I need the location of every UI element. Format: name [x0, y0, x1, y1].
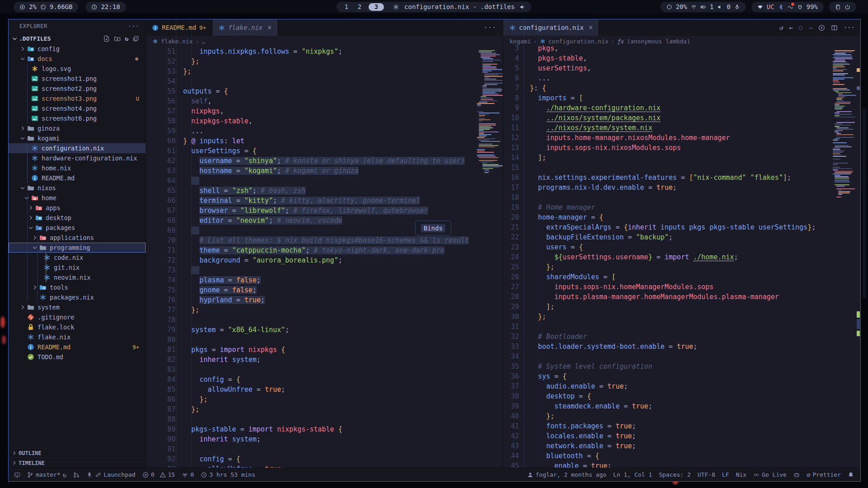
language-mode[interactable]: Nix [736, 471, 746, 478]
code-line-58[interactable]: 58 nixpkgs-stable, [146, 116, 503, 126]
tree-item-.gitignore-27[interactable]: .gitignore [9, 312, 146, 322]
tree-item-kogami-9[interactable]: kogami [9, 133, 146, 143]
tree-item-apps-16[interactable]: apps [9, 203, 146, 213]
tree-item-desktop-17[interactable]: desktop [9, 213, 146, 223]
code-line-31[interactable]: 31 [503, 322, 860, 332]
code-line-60[interactable]: 60} @ inputs: let [146, 136, 503, 146]
code-line-17[interactable]: 17 programs.nix-ld.dev.enable = true; [503, 183, 860, 192]
code-line-10[interactable]: 10 ../nixos/system/packages.nix [503, 113, 860, 123]
code-line-22[interactable]: 22 backupFileExtension = "backup"; [503, 232, 860, 242]
code-line-14[interactable]: 14 ]; [503, 153, 860, 163]
code-line-54[interactable]: 54 [146, 76, 503, 86]
tree-item-system-26[interactable]: system [9, 302, 146, 312]
tree-item-home.nix-12[interactable]: home.nix [9, 163, 146, 173]
code-line-18[interactable]: 18 [503, 192, 860, 202]
code-line-51[interactable]: 51 inputs.nixpkgs.follows = "nixpkgs"; [146, 47, 503, 56]
git-graph-button[interactable] [73, 472, 80, 478]
cursor-position[interactable]: Ln 1, Col 1 [613, 471, 652, 478]
tree-item-flake.lock-28[interactable]: flake.lock [9, 322, 146, 332]
tree-item-ginoza-8[interactable]: ginoza [9, 123, 146, 133]
code-line-6[interactable]: 6 ... [503, 73, 860, 83]
code-line-85[interactable]: 85 allowUnfree = true; [146, 385, 503, 394]
code-line-37[interactable]: 37 audio.enable = true; [503, 381, 860, 391]
tree-item-packages-18[interactable]: packages [9, 223, 146, 233]
tree-item-screenshot2.png-4[interactable]: screenshot2.png [9, 84, 146, 94]
code-line-9[interactable]: 9 ./hardware-configuration.nix [503, 103, 860, 113]
prettier-indicator[interactable]: ⊘ Prettier [807, 471, 841, 479]
code-line-42[interactable]: 42 locales.enable = true; [503, 431, 860, 441]
new-file-button[interactable] [103, 35, 110, 42]
code-line-63[interactable]: 63 hostname = "kogami"; # kogami or gino… [146, 166, 503, 176]
workspace-3-active[interactable]: 3 [368, 3, 384, 11]
code-line-4[interactable]: 4 pkgs-stable, [503, 53, 860, 63]
code-line-24[interactable]: 24 ${userSettings.username} = import ./h… [503, 252, 860, 262]
sync-icon[interactable]: ↻ [63, 471, 66, 479]
tree-item-screenshot1.png-3[interactable]: screenshot1.png [9, 74, 146, 84]
code-line-8[interactable]: 8 imports = [ [503, 93, 860, 103]
copilot-indicator[interactable] [793, 472, 800, 478]
code-line-84[interactable]: 84 config = { [146, 375, 503, 385]
code-line-78[interactable]: 78 [146, 315, 503, 325]
code-line-38[interactable]: 38 desktop = { [503, 391, 860, 401]
code-line-64[interactable]: 64 [146, 176, 503, 186]
code-line-7[interactable]: 7}: { [503, 83, 860, 93]
breadcrumb-file[interactable]: flake.nix [161, 38, 193, 45]
code-line-67[interactable]: 67 browser = "librewolf"; # firefox, lib… [146, 206, 503, 216]
problems-indicator[interactable]: 0 15 [142, 471, 175, 478]
code-line-66[interactable]: 66 terminal = "kitty"; # kitty, alacritt… [146, 196, 503, 206]
refresh-button[interactable]: ↻ [125, 35, 128, 42]
split-editor-icon[interactable] [831, 24, 838, 31]
code-line-87[interactable]: 87 }; [146, 404, 503, 414]
code-line-86[interactable]: 86 }; [146, 394, 503, 404]
code-line-70[interactable]: 70 # List all themes: $ nix build nixpkg… [146, 235, 503, 245]
code-editor-flake-nix[interactable]: 51 inputs.nixpkgs.follows = "nixpkgs";52… [146, 47, 503, 468]
tree-item-tools-24[interactable]: tools [9, 282, 146, 292]
encoding-setting[interactable]: UTF-8 [698, 471, 715, 478]
root-folder-row[interactable]: .DOTFILES ↻ [9, 33, 146, 44]
minimap[interactable] [474, 47, 503, 468]
code-line-88[interactable]: 88 [146, 414, 503, 424]
code-line-27[interactable]: 27 inputs.sops-nix.homeManagerModules.so… [503, 282, 860, 292]
code-line-76[interactable]: 76 hyprland = true; [146, 295, 503, 305]
close-tab-icon[interactable]: × [589, 23, 593, 32]
code-line-80[interactable]: 80 [146, 335, 503, 345]
more-actions-icon[interactable]: ··· [844, 24, 855, 31]
code-line-3[interactable]: 3 pkgs, [503, 43, 860, 53]
code-line-55[interactable]: 55outputs = { [146, 86, 503, 96]
code-line-13[interactable]: 13 inputs.sops-nix.nixosModules.sops [503, 143, 860, 153]
tree-item-readme.md-30[interactable]: README.md9+ [9, 342, 146, 352]
launchpad-button[interactable]: Launchpad [86, 471, 135, 478]
outline-section[interactable]: OUTLINE [9, 448, 146, 458]
code-line-26[interactable]: 26 sharedModules = [ [503, 272, 860, 282]
tree-item-neovim.nix-23[interactable]: neovim.nix [9, 272, 146, 282]
code-line-65[interactable]: 65 shell = "zsh"; # bash, zsh [146, 186, 503, 196]
tree-item-programming-20[interactable]: programming [9, 243, 146, 253]
workspace-2[interactable]: 2 [355, 3, 363, 10]
ports-indicator[interactable]: 0 [182, 471, 194, 478]
git-branch-indicator[interactable]: master* ↻ [27, 471, 66, 479]
editor-more-actions[interactable]: ··· [484, 24, 503, 31]
code-line-36[interactable]: 36 sys = { [503, 371, 860, 381]
code-line-57[interactable]: 57 nixpkgs, [146, 106, 503, 116]
tree-item-flake.nix-29[interactable]: flake.nix [9, 332, 146, 342]
code-line-72[interactable]: 72 background = "aurora_borealis.png"; [146, 255, 503, 265]
timeline-section[interactable]: TIMELINE [9, 458, 146, 468]
code-line-56[interactable]: 56 self, [146, 96, 503, 106]
indentation-setting[interactable]: Spaces: 2 [659, 471, 690, 478]
go-live-button[interactable]: Go Live [753, 471, 787, 478]
code-line-39[interactable]: 39 steamdeck.enable = true; [503, 401, 860, 411]
code-line-52[interactable]: 52 }; [146, 56, 503, 66]
breadcrumb-symbol[interactable]: … [202, 38, 205, 45]
tree-item-applications-19[interactable]: applications [9, 233, 146, 243]
tree-item-todo.md-31[interactable]: TODO.md [9, 352, 146, 362]
eol-setting[interactable]: LF [722, 471, 729, 478]
code-line-34[interactable]: 34 [503, 352, 860, 361]
code-line-93[interactable]: 93 allowUnfree = true; [146, 464, 503, 468]
code-line-5[interactable]: 5 userSettings, [503, 63, 860, 73]
new-folder-button[interactable] [114, 35, 121, 42]
code-editor-configuration-nix[interactable]: 3 pkgs,4 pkgs-stable,5 userSettings,6 ..… [503, 43, 860, 468]
git-blame-indicator[interactable]: foglar, 2 months ago [527, 471, 607, 478]
code-line-35[interactable]: 35 # System level configuration [503, 361, 860, 371]
code-line-90[interactable]: 90 inherit system; [146, 434, 503, 444]
code-line-79[interactable]: 79 system = "x86_64-linux"; [146, 325, 503, 335]
